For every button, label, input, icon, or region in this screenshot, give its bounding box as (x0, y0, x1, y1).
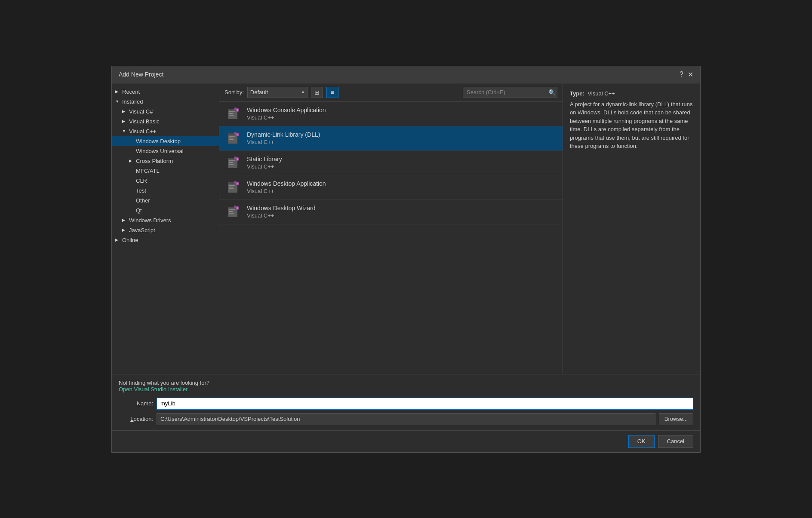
sidebar-label-windows-desktop: Windows Desktop (136, 138, 181, 144)
description-type: Type: Visual C++ (570, 90, 693, 97)
installer-link[interactable]: Open Visual Studio Installer (119, 386, 188, 392)
tree-arrow-visual-basic: ▶ (122, 119, 127, 123)
project-list: Windows Console ApplicationVisual C++ Dy… (219, 102, 563, 374)
project-item-windows-desktop-wizard[interactable]: Windows Desktop WizardVisual C++ (219, 200, 563, 224)
list-icon: ≡ (331, 89, 334, 96)
project-item-windows-desktop-app[interactable]: Windows Desktop ApplicationVisual C++ (219, 175, 563, 200)
project-icon-windows-desktop-wizard (226, 204, 242, 220)
sidebar-item-clr[interactable]: CLR (112, 176, 219, 186)
project-item-dll[interactable]: Dynamic-Link Library (DLL)Visual C++ (219, 126, 563, 151)
sidebar-item-visual-csharp[interactable]: ▶Visual C# (112, 107, 219, 116)
project-language-windows-console-app: Visual C++ (247, 114, 556, 121)
browse-button[interactable]: Browse... (659, 413, 693, 425)
project-name-windows-desktop-app: Windows Desktop Application (247, 180, 556, 187)
svg-rect-3 (229, 113, 233, 114)
sidebar-item-windows-drivers[interactable]: ▶Windows Drivers (112, 215, 219, 225)
sidebar-label-windows-universal: Windows Universal (136, 148, 184, 154)
sidebar-item-javascript[interactable]: ▶JavaScript (112, 225, 219, 235)
svg-point-22 (237, 158, 238, 160)
sidebar-label-windows-drivers: Windows Drivers (129, 217, 171, 224)
list-view-button[interactable]: ≡ (326, 87, 338, 98)
svg-rect-18 (229, 160, 235, 161)
sidebar-item-visual-cpp[interactable]: ▼Visual C++ (112, 126, 219, 136)
project-language-static-lib: Visual C++ (247, 163, 556, 170)
project-name-static-lib: Static Library (247, 156, 556, 162)
svg-point-38 (237, 207, 238, 209)
sidebar-item-online[interactable]: ▶Online (112, 235, 219, 245)
project-info-dll: Dynamic-Link Library (DLL)Visual C++ (247, 131, 556, 145)
dialog-buttons: OK Cancel (112, 430, 700, 452)
svg-point-23 (234, 156, 237, 159)
sidebar-label-mfc-atl: MFC/ATL (136, 168, 160, 174)
sidebar-item-windows-desktop[interactable]: Windows Desktop (112, 136, 219, 146)
title-bar: Add New Project ? ✕ (112, 66, 700, 83)
ok-button[interactable]: OK (628, 435, 655, 448)
sidebar-item-other[interactable]: Other (112, 196, 219, 205)
project-info-windows-console-app: Windows Console ApplicationVisual C++ (247, 107, 556, 121)
sort-dropdown[interactable]: Default Name Date Modified (247, 87, 308, 98)
name-label-text: Name: (137, 400, 153, 407)
svg-rect-35 (229, 211, 233, 212)
location-input[interactable] (157, 413, 655, 425)
sidebar-label-visual-csharp: Visual C# (129, 108, 153, 115)
sidebar-label-visual-cpp: Visual C++ (129, 128, 156, 135)
tree-arrow-visual-cpp: ▼ (122, 129, 127, 133)
svg-point-39 (234, 205, 237, 208)
project-icon-static-lib (226, 155, 242, 171)
tree-arrow-recent: ▶ (115, 89, 120, 94)
project-item-windows-console-app[interactable]: Windows Console ApplicationVisual C++ (219, 102, 563, 126)
tree-arrow-windows-drivers: ▶ (122, 218, 127, 222)
svg-point-31 (234, 181, 237, 184)
sidebar-item-visual-basic[interactable]: ▶Visual Basic (112, 116, 219, 126)
sort-label: Sort by: (225, 89, 244, 95)
search-input[interactable] (463, 87, 557, 98)
description-panel: Type: Visual C++ A project for a dynamic… (563, 83, 700, 374)
sidebar-item-qt[interactable]: Qt (112, 205, 219, 215)
svg-rect-26 (229, 185, 235, 186)
sidebar-item-recent[interactable]: ▶Recent (112, 87, 219, 97)
sidebar-label-recent: Recent (122, 89, 140, 95)
svg-point-15 (234, 132, 237, 135)
svg-rect-20 (229, 164, 234, 165)
name-label: Name: (119, 400, 153, 407)
grid-icon: ⊞ (314, 89, 320, 96)
name-input[interactable] (157, 398, 693, 410)
project-info-static-lib: Static LibraryVisual C++ (247, 156, 556, 170)
close-icon[interactable]: ✕ (688, 70, 693, 79)
search-box: 🔍 (463, 87, 557, 98)
location-label: Location: (119, 416, 153, 422)
tree-arrow-online: ▶ (115, 238, 120, 242)
cancel-button[interactable]: Cancel (658, 435, 693, 448)
svg-rect-4 (229, 115, 234, 116)
not-finding-section: Not finding what you are looking for? Op… (119, 380, 693, 392)
sidebar-item-test[interactable]: Test (112, 186, 219, 196)
tree-arrow-javascript: ▶ (122, 228, 127, 232)
dialog-title: Add New Project (119, 71, 163, 78)
sidebar-label-other: Other (136, 197, 150, 204)
project-area: Sort by: Default Name Date Modified ⊞ ≡ (219, 83, 563, 374)
tree-arrow-installed: ▼ (115, 99, 120, 104)
search-button[interactable]: 🔍 (548, 89, 556, 96)
title-controls: ? ✕ (680, 70, 693, 79)
svg-rect-27 (229, 187, 233, 187)
project-icon-windows-console-app (226, 106, 242, 122)
type-label: Type: (570, 90, 584, 97)
location-label-text: Location: (130, 416, 153, 422)
project-icon-windows-desktop-app (226, 180, 242, 195)
sidebar-item-cross-platform[interactable]: ▶Cross Platform (112, 156, 219, 166)
svg-rect-34 (229, 209, 235, 210)
project-item-static-lib[interactable]: Static LibraryVisual C++ (219, 151, 563, 175)
sidebar-item-mfc-atl[interactable]: MFC/ATL (112, 166, 219, 176)
sidebar-label-qt: Qt (136, 207, 142, 214)
sidebar: ▶Recent▼Installed▶Visual C#▶Visual Basic… (112, 83, 219, 374)
svg-rect-10 (229, 136, 235, 137)
help-icon[interactable]: ? (680, 70, 683, 78)
grid-view-button[interactable]: ⊞ (311, 87, 323, 98)
svg-rect-28 (229, 188, 234, 189)
project-icon-dll (226, 131, 242, 146)
sidebar-item-installed[interactable]: ▼Installed (112, 97, 219, 107)
svg-rect-19 (229, 162, 233, 163)
sidebar-item-windows-universal[interactable]: Windows Universal (112, 146, 219, 156)
toolbar: Sort by: Default Name Date Modified ⊞ ≡ (219, 83, 563, 102)
location-row: Location: Browse... (119, 413, 693, 425)
